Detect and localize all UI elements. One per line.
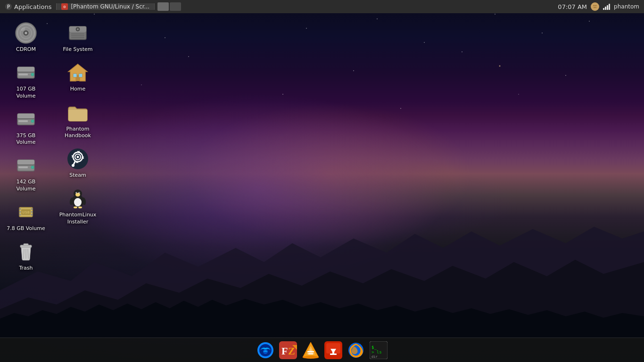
drive-107gb-icon [15, 61, 37, 84]
svg-point-71 [79, 193, 80, 194]
svg-rect-57 [73, 74, 77, 77]
svg-point-63 [72, 164, 74, 167]
window-favicon: ⚙ [61, 3, 68, 10]
svg-rect-25 [17, 114, 34, 118]
signal-bar-3 [607, 5, 608, 10]
svg-point-23 [31, 73, 34, 76]
svg-rect-27 [18, 120, 28, 122]
svg-point-54 [77, 29, 79, 30]
desktop-icon-cdrom[interactable]: CDROM [5, 19, 47, 56]
panel-right: 07:07 AM phantom [558, 2, 644, 11]
svg-rect-92 [332, 350, 334, 354]
desktop-icon-home[interactable]: Home [57, 58, 99, 95]
applications-menu[interactable]: P Applications [0, 3, 56, 10]
desktop-icon-375gb[interactable]: 375 GBVolume [5, 105, 47, 149]
workspace-1[interactable] [157, 2, 169, 11]
thunderbird-icon [256, 341, 274, 359]
svg-point-33 [31, 166, 34, 169]
workspace-2[interactable] [170, 2, 181, 11]
142gb-label: 142 GBVolume [17, 179, 36, 192]
svg-rect-30 [17, 160, 34, 165]
svg-text:Z: Z [288, 345, 295, 357]
svg-rect-26 [17, 118, 34, 119]
svg-point-62 [77, 156, 79, 158]
username-label[interactable]: phantom [614, 3, 639, 10]
mountain-silhouette [0, 206, 644, 337]
window-taskbar-tab[interactable]: ⚙ [Phantom GNU/Linux / Scr... [56, 3, 155, 10]
handbook-label: Phantom Handbook [58, 126, 97, 140]
filesystem-label: File System [63, 46, 93, 53]
svg-rect-32 [18, 166, 28, 168]
cdrom-label: CDROM [16, 46, 36, 53]
window-title: [Phantom GNU/Linux / Scr... [71, 3, 149, 10]
cdrom-icon [15, 22, 37, 44]
svg-rect-93 [330, 354, 337, 355]
workspace-switcher [157, 2, 181, 11]
dock-terminal[interactable]: $_ > ls dir [368, 340, 389, 361]
svg-point-86 [303, 356, 319, 359]
svg-point-28 [31, 120, 34, 123]
terminal-icon: $_ > ls dir [370, 341, 388, 359]
handbook-folder-icon [66, 101, 89, 124]
svg-point-70 [76, 193, 77, 194]
375gb-label: 375 GBVolume [17, 132, 36, 146]
signal-bar-1 [603, 8, 604, 10]
svg-point-17 [25, 32, 27, 34]
svg-point-11 [593, 7, 594, 8]
desktop-icon-107gb[interactable]: 107 GBVolume [5, 58, 47, 102]
svg-point-9 [595, 5, 596, 6]
phantom-icon: P [5, 3, 12, 10]
desktop-icon-142gb[interactable]: 142 GBVolume [5, 151, 47, 195]
home-label: Home [70, 86, 85, 92]
signal-bar-4 [609, 4, 610, 10]
applications-label: Applications [14, 3, 51, 10]
svg-point-7 [592, 3, 598, 10]
desktop-icon-steam[interactable]: Steam [57, 145, 99, 181]
desktop-icon-filesystem[interactable]: File System [57, 19, 99, 56]
svg-point-8 [594, 5, 594, 6]
dock-vlc[interactable] [300, 340, 321, 361]
network-icon[interactable] [603, 3, 610, 10]
clock[interactable]: 07:07 AM [558, 3, 587, 10]
installer-icon [324, 341, 342, 359]
top-panel: P Applications ⚙ [Phantom GNU/Linux / Sc… [0, 0, 644, 13]
steam-icon [66, 148, 89, 170]
svg-rect-21 [17, 72, 34, 73]
svg-rect-31 [17, 165, 34, 165]
firefox-icon [347, 341, 365, 359]
svg-text:P: P [7, 4, 10, 9]
svg-rect-58 [79, 74, 83, 77]
dock-installer[interactable] [323, 340, 344, 361]
107gb-label: 107 GBVolume [17, 86, 36, 99]
user-avatar [591, 2, 599, 11]
taskbar: F Z [0, 337, 644, 362]
svg-text:dir: dir [372, 355, 378, 359]
desktop-icon-handbook[interactable]: Phantom Handbook [57, 99, 99, 142]
vlc-icon [302, 341, 320, 359]
filesystem-icon [66, 22, 89, 44]
svg-rect-22 [18, 74, 28, 75]
svg-text:> ls: > ls [372, 350, 382, 354]
svg-text:$_: $_ [372, 345, 377, 350]
dock-filezilla[interactable]: F Z [278, 340, 298, 361]
dock-thunderbird[interactable] [255, 340, 276, 361]
home-icon [66, 61, 89, 84]
drive-142gb-icon [15, 154, 37, 177]
desktop-icon-column-right: File System Home Phantom Handbook [57, 19, 99, 228]
svg-text:⚙: ⚙ [63, 5, 66, 9]
steam-label: Steam [69, 172, 86, 179]
signal-bar-2 [605, 7, 606, 10]
dock-firefox[interactable] [346, 340, 366, 361]
svg-point-10 [594, 7, 595, 8]
svg-point-12 [596, 7, 597, 8]
svg-text:F: F [281, 345, 288, 357]
filezilla-icon: F Z [279, 341, 297, 359]
svg-rect-20 [17, 67, 34, 72]
drive-375gb-icon [15, 108, 37, 131]
panel-left: P Applications ⚙ [Phantom GNU/Linux / Sc… [0, 2, 558, 11]
